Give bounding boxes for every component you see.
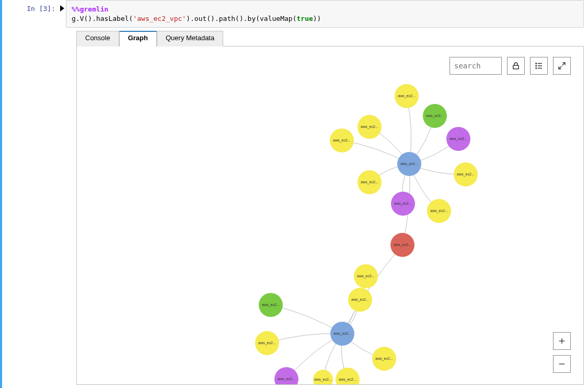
graph-node[interactable]: aws_ec2... xyxy=(336,368,360,384)
graph-visualization-pane[interactable]: aws_ec2...aws_ec2...aws_ec2...aws_ec2...… xyxy=(76,46,584,385)
svg-point-18 xyxy=(336,368,360,384)
graph-node[interactable]: aws_ec2... xyxy=(423,104,447,128)
graph-canvas[interactable]: aws_ec2...aws_ec2...aws_ec2...aws_ec2...… xyxy=(77,46,583,384)
graph-node[interactable]: aws_ec2... xyxy=(427,199,451,223)
svg-point-1 xyxy=(397,152,421,176)
tab-console[interactable]: Console xyxy=(76,31,119,46)
svg-point-13 xyxy=(348,288,372,312)
graph-node[interactable]: aws_ec2... xyxy=(397,152,421,176)
svg-point-4 xyxy=(330,128,354,152)
output-tabs: Console Graph Query Metadata xyxy=(76,31,584,46)
tab-query-metadata[interactable]: Query Metadata xyxy=(157,31,223,46)
zoom-controls xyxy=(553,332,571,373)
graph-node[interactable]: aws_ec2... xyxy=(454,162,478,186)
lock-layout-button[interactable] xyxy=(507,57,525,75)
graph-node[interactable]: aws_ec2... xyxy=(354,264,378,288)
svg-point-19 xyxy=(313,370,333,384)
svg-point-15 xyxy=(259,293,283,317)
cell-output: Console Graph Query Metadata aws_ec2...a… xyxy=(2,28,588,385)
graph-node[interactable]: aws_ec2... xyxy=(255,331,279,355)
graph-node[interactable]: aws_ec2... xyxy=(395,84,419,108)
details-toggle-button[interactable] xyxy=(530,57,548,75)
zoom-in-button[interactable] xyxy=(553,332,571,350)
graph-node[interactable]: aws_ec2... xyxy=(358,115,382,139)
svg-point-10 xyxy=(423,104,447,128)
graph-node[interactable]: aws_ec2... xyxy=(330,128,354,152)
lock-icon xyxy=(511,61,521,70)
svg-point-9 xyxy=(446,127,470,151)
graph-node[interactable]: aws_ec2... xyxy=(259,293,283,317)
minus-icon xyxy=(558,360,566,368)
magic-command: %%gremlin xyxy=(72,5,108,13)
graph-node[interactable]: aws_ec2... xyxy=(330,322,354,346)
plus-icon xyxy=(558,337,566,345)
code-editor[interactable]: %%gremlin g.V().hasLabel('aws_ec2_vpc').… xyxy=(66,0,584,28)
svg-point-11 xyxy=(330,322,354,346)
svg-point-23 xyxy=(536,68,537,69)
notebook-cell: In [3]: %%gremlin g.V().hasLabel('aws_ec… xyxy=(0,0,588,388)
svg-point-12 xyxy=(354,264,378,288)
svg-point-22 xyxy=(536,65,537,66)
svg-point-21 xyxy=(536,63,537,64)
tab-graph[interactable]: Graph xyxy=(119,31,157,46)
zoom-out-button[interactable] xyxy=(553,355,571,373)
code-cell: In [3]: %%gremlin g.V().hasLabel('aws_ec… xyxy=(2,0,588,28)
svg-rect-20 xyxy=(513,65,519,69)
graph-node[interactable]: aws_ec2... xyxy=(348,288,372,312)
fullscreen-button[interactable] xyxy=(553,57,571,75)
svg-point-0 xyxy=(390,233,414,257)
graph-edge xyxy=(342,245,402,334)
run-cell-icon[interactable] xyxy=(60,0,66,13)
graph-search-input[interactable] xyxy=(449,57,502,75)
svg-point-7 xyxy=(427,199,451,223)
svg-point-8 xyxy=(454,162,478,186)
graph-node[interactable]: aws_ec2... xyxy=(372,347,396,371)
graph-node[interactable]: aws_ec2... xyxy=(358,170,382,194)
graph-node[interactable]: aws_ec2... xyxy=(390,233,414,257)
svg-point-5 xyxy=(358,170,382,194)
svg-point-14 xyxy=(372,347,396,371)
graph-node[interactable]: aws_ec2... xyxy=(446,127,470,151)
list-icon xyxy=(534,61,544,70)
graph-toolbar xyxy=(449,57,571,75)
svg-point-3 xyxy=(358,115,382,139)
expand-icon xyxy=(558,62,566,70)
graph-node[interactable]: aws_ec2... xyxy=(313,370,333,384)
svg-point-16 xyxy=(255,331,279,355)
svg-point-2 xyxy=(395,84,419,108)
graph-node[interactable]: aws_ec2... xyxy=(391,192,415,216)
cell-prompt: In [3]: xyxy=(2,0,60,13)
svg-point-6 xyxy=(391,192,415,216)
